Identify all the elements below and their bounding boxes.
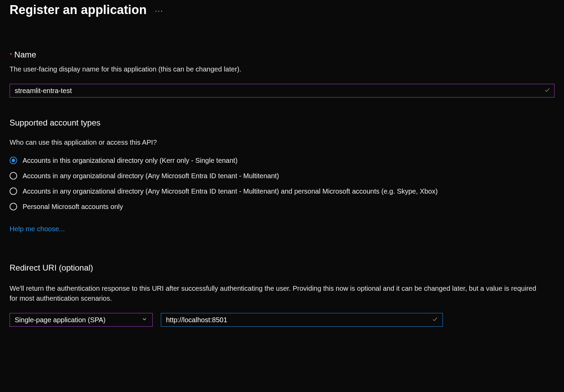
valid-check-icon — [432, 316, 438, 324]
account-type-option-multitenant-personal[interactable]: Accounts in any organizational directory… — [10, 187, 554, 196]
account-type-label: Accounts in this organizational director… — [23, 156, 238, 165]
name-label: Name — [14, 50, 36, 60]
required-star-icon: * — [10, 51, 12, 59]
account-type-option-single-tenant[interactable]: Accounts in this organizational director… — [10, 156, 554, 165]
account-type-label: Accounts in any organizational directory… — [23, 171, 279, 181]
redirect-platform-selected: Single-page application (SPA) — [15, 316, 105, 324]
valid-check-icon — [544, 87, 550, 94]
radio-icon — [10, 187, 17, 195]
name-description: The user-facing display name for this ap… — [10, 64, 554, 74]
account-types-question: Who can use this application or access t… — [10, 139, 554, 146]
radio-icon — [10, 203, 17, 210]
account-types-heading: Supported account types — [10, 118, 554, 128]
more-options-icon[interactable]: ··· — [155, 4, 163, 15]
name-input[interactable] — [10, 84, 554, 97]
account-type-label: Accounts in any organizational directory… — [23, 187, 438, 196]
radio-icon — [10, 157, 17, 164]
redirect-platform-select[interactable]: Single-page application (SPA) — [10, 313, 153, 327]
redirect-uri-description: We'll return the authentication response… — [10, 284, 543, 303]
account-types-section: Supported account types Who can use this… — [10, 118, 554, 233]
account-type-option-personal-only[interactable]: Personal Microsoft accounts only — [10, 202, 554, 211]
radio-icon — [10, 172, 17, 180]
page-title: Register an application — [10, 3, 147, 17]
redirect-uri-heading: Redirect URI (optional) — [10, 263, 554, 273]
help-me-choose-link[interactable]: Help me choose... — [10, 225, 65, 233]
account-types-radio-group: Accounts in this organizational director… — [10, 156, 554, 211]
account-type-label: Personal Microsoft accounts only — [23, 202, 123, 211]
account-type-option-multitenant[interactable]: Accounts in any organizational directory… — [10, 171, 554, 181]
chevron-down-icon — [141, 316, 148, 324]
redirect-uri-section: Redirect URI (optional) We'll return the… — [10, 263, 554, 327]
name-section: * Name The user-facing display name for … — [10, 50, 554, 97]
redirect-uri-input[interactable] — [161, 313, 443, 327]
